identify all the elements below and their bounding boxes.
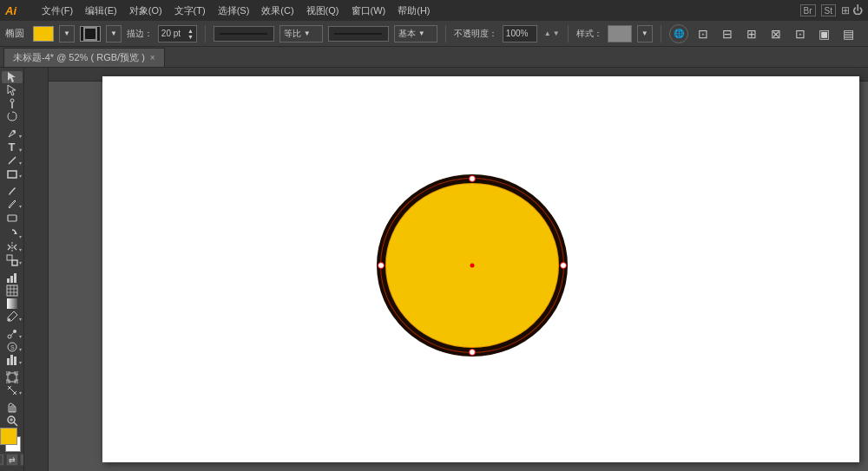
gradient-tool[interactable]: [2, 298, 23, 310]
svg-rect-29: [8, 373, 16, 382]
line-base-preview[interactable]: [328, 26, 389, 42]
stroke-weight-input[interactable]: 20 pt ▲▼: [158, 25, 197, 43]
svg-marker-1: [8, 85, 16, 95]
line-base-line: [334, 33, 382, 35]
options-bar: 椭圆 ▼ ▼ 描边： 20 pt ▲▼ 等比 ▼ 基本 ▼ 不透明度： 100%: [0, 21, 868, 47]
zoom-tool[interactable]: [2, 415, 23, 427]
blend-tool[interactable]: ▾: [2, 328, 23, 340]
menu-object[interactable]: 对象(O): [124, 3, 168, 19]
arrange-button-7[interactable]: ▤: [839, 24, 858, 43]
menu-select[interactable]: 选择(S): [213, 3, 255, 19]
line-style-dropdown[interactable]: 等比 ▼: [279, 25, 323, 43]
direct-select-tool[interactable]: [2, 84, 23, 96]
menu-edit[interactable]: 编辑(E): [80, 3, 122, 19]
fill-dropdown-arrow: ▼: [63, 29, 70, 37]
arrange-button-5[interactable]: ⊡: [791, 24, 810, 43]
stroke-dropdown[interactable]: ▼: [106, 25, 122, 43]
lasso-tool[interactable]: [2, 110, 23, 122]
eraser-tool[interactable]: [2, 211, 23, 223]
line-style-preview[interactable]: [214, 26, 274, 42]
pen-tool[interactable]: ▾ ▾: [2, 128, 23, 140]
separator-1: [205, 25, 206, 43]
swap-colors-button[interactable]: ⇄: [6, 454, 18, 466]
fill-swatch[interactable]: [33, 26, 54, 42]
rotate-tool[interactable]: ▾: [2, 228, 23, 240]
eyedropper-tool[interactable]: ▾: [2, 311, 23, 323]
document-tab[interactable]: 未标题-4* @ 52% ( RGB/预览 ) ×: [3, 48, 165, 67]
stroke-weight-arrows[interactable]: ▲▼: [187, 28, 194, 40]
separator-2: [445, 25, 446, 43]
arrange-button-2[interactable]: ⊟: [718, 24, 737, 43]
handle-bottom[interactable]: [469, 349, 476, 356]
arrange-button-6[interactable]: ▣: [815, 24, 834, 43]
type-tool[interactable]: T▾: [2, 141, 23, 154]
mirror-tool-arrow: ▾: [19, 246, 22, 252]
ellipse-object[interactable]: [377, 174, 568, 357]
grid-icon[interactable]: ⊞: [841, 4, 850, 16]
power-icon[interactable]: ⏻: [852, 4, 863, 16]
svg-marker-8: [14, 232, 17, 234]
arrange-button-4[interactable]: ⊠: [766, 24, 786, 43]
hand-tool[interactable]: [2, 402, 23, 414]
line-tool-arrow: ▾: [19, 160, 22, 166]
main-area: ▾ ▾ T▾ ▾ ▾ ▾ ▾ ▾: [0, 68, 868, 471]
arrange-button-3[interactable]: ⊞: [742, 24, 761, 43]
style-box[interactable]: [608, 25, 632, 43]
line-tool[interactable]: ▾: [2, 154, 23, 167]
slice-tool[interactable]: ▾: [2, 384, 23, 396]
canvas-area: [24, 68, 868, 471]
select-tool[interactable]: [2, 71, 23, 83]
paintbrush-tool[interactable]: [2, 185, 23, 197]
handle-top[interactable]: [469, 175, 476, 182]
color-area: ⬛ ⇄ ⊘: [0, 428, 24, 469]
line-base-dropdown[interactable]: 基本 ▼: [394, 25, 437, 43]
rectangle-tool[interactable]: ▾: [2, 167, 23, 180]
magic-wand-tool[interactable]: [2, 97, 23, 109]
svg-point-4: [13, 130, 16, 133]
svg-rect-11: [12, 260, 17, 265]
arrange-button-1[interactable]: ⊡: [694, 24, 713, 43]
svg-rect-12: [7, 278, 10, 283]
symbol-tool-arrow: ▾: [19, 346, 22, 352]
opacity-label: 不透明度：: [454, 28, 497, 40]
foreground-color-swatch[interactable]: [0, 428, 17, 445]
scale-tool[interactable]: ▾: [2, 254, 23, 266]
svg-line-5: [9, 157, 16, 164]
stock-icon[interactable]: St: [821, 4, 836, 16]
mesh-tool[interactable]: [2, 285, 23, 297]
menu-text[interactable]: 文字(T): [169, 3, 211, 19]
stroke-swatch[interactable]: [80, 26, 101, 42]
title-bar: Ai 文件(F) 编辑(E) 对象(O) 文字(T) 选择(S) 效果(C) 视…: [0, 0, 868, 21]
symbol-tool[interactable]: S ▾: [2, 341, 23, 353]
left-toolbar: ▾ ▾ T▾ ▾ ▾ ▾ ▾ ▾: [0, 68, 24, 471]
ruler-left: [24, 68, 49, 471]
opacity-arrows[interactable]: ▲ ▼: [544, 29, 560, 37]
menu-effect[interactable]: 效果(C): [256, 3, 299, 19]
handle-right[interactable]: [560, 262, 567, 269]
center-dot: [470, 263, 475, 267]
menu-view[interactable]: 视图(Q): [301, 3, 345, 19]
graph-tool[interactable]: [2, 271, 23, 284]
separator-3: [568, 25, 569, 43]
handle-left[interactable]: [378, 262, 385, 269]
globe-button[interactable]: 🌐: [669, 24, 688, 43]
artboard-tool[interactable]: [2, 371, 23, 383]
menu-file[interactable]: 文件(F): [36, 3, 78, 19]
svg-rect-7: [8, 215, 16, 221]
menu-window[interactable]: 窗口(W): [346, 3, 391, 19]
opacity-input[interactable]: 100%: [503, 25, 537, 43]
style-label: 样式：: [576, 28, 602, 40]
ellipse-fill: [377, 174, 568, 357]
blend-tool-arrow: ▾: [19, 333, 22, 339]
style-dropdown[interactable]: ▼: [637, 25, 653, 43]
pencil-tool[interactable]: ▾: [2, 198, 23, 210]
menu-help[interactable]: 帮助(H): [392, 3, 435, 19]
column-graph-tool[interactable]: ▾: [2, 354, 23, 366]
tab-close-button[interactable]: ×: [150, 53, 155, 62]
default-colors-button[interactable]: ⬛: [0, 454, 4, 466]
mirror-tool[interactable]: ▾: [2, 241, 23, 253]
bridge-icon[interactable]: Br: [800, 4, 816, 16]
shape-label: 椭圆: [5, 27, 24, 40]
line-style-line: [220, 33, 267, 35]
fill-dropdown[interactable]: ▼: [59, 25, 75, 43]
